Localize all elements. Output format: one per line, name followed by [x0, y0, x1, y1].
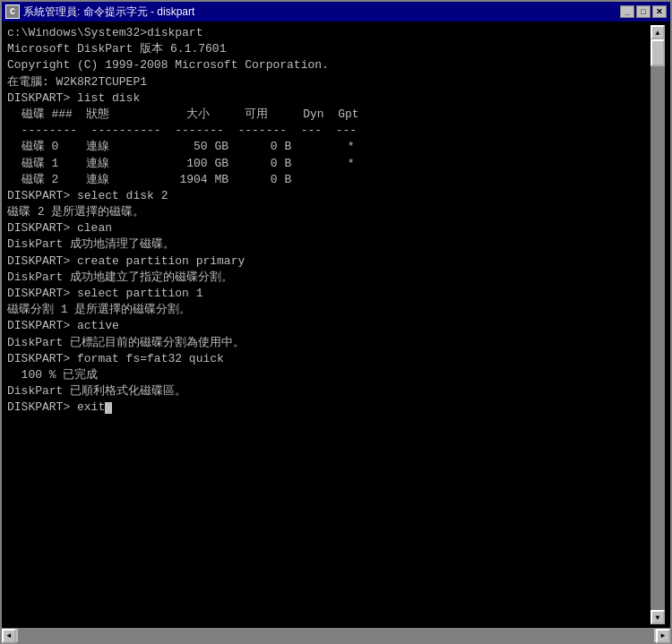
title-bar: C 系統管理員: 命令提示字元 - diskpart _ □ ✕ [2, 2, 670, 21]
window-icon: C [5, 4, 20, 19]
console-line: 磁碟 1 連線 100 GB 0 B * [7, 156, 650, 172]
scroll-left-button[interactable]: ◄ [2, 629, 16, 643]
horizontal-scroll-track [18, 629, 654, 642]
cursor [105, 402, 112, 414]
console-line: 磁碟 2 連線 1904 MB 0 B [7, 172, 650, 188]
console-line: DISKPART> format fs=fat32 quick [7, 351, 650, 367]
console-area: c:\Windows\System32>diskpartMicrosoft Di… [2, 21, 670, 628]
maximize-button[interactable]: □ [636, 5, 650, 18]
window: C 系統管理員: 命令提示字元 - diskpart _ □ ✕ c:\Wind… [0, 0, 672, 644]
console-line: 磁碟 2 是所選擇的磁碟。 [7, 204, 650, 220]
console-line: DISKPART> select partition 1 [7, 286, 650, 302]
console-line: DISKPART> create partition primary [7, 253, 650, 270]
close-button[interactable]: ✕ [652, 5, 667, 18]
minimize-button[interactable]: _ [620, 5, 634, 18]
console-line: Copyright (C) 1999-2008 Microsoft Corpor… [7, 57, 650, 73]
console-line: DISKPART> exit [7, 399, 650, 416]
console-line: 磁碟分割 1 是所選擇的磁碟分割。 [7, 302, 650, 318]
scroll-thumb[interactable] [650, 39, 665, 66]
window-title: 系統管理員: 命令提示字元 - diskpart [23, 4, 194, 20]
console-line: DiskPart 成功地清理了磁碟。 [7, 236, 650, 253]
console-line: Microsoft DiskPart 版本 6.1.7601 [7, 41, 650, 57]
console-line: c:\Windows\System32>diskpart [7, 25, 650, 41]
scroll-down-button[interactable]: ▼ [650, 610, 665, 624]
console-line: -------- ---------- ------- ------- --- … [7, 123, 650, 139]
scroll-up-button[interactable]: ▲ [650, 25, 665, 39]
console-line: 磁碟 0 連線 50 GB 0 B * [7, 139, 650, 155]
bottom-bar: ◄ ► [2, 628, 670, 642]
console-line: DISKPART> active [7, 318, 650, 334]
console-line: DISKPART> clean [7, 220, 650, 236]
console-line: DiskPart 已標記目前的磁碟分割為使用中。 [7, 335, 650, 351]
scroll-right-button[interactable]: ► [656, 629, 670, 643]
scrollbar[interactable]: ▲ ▼ [650, 25, 665, 624]
title-bar-left: C 系統管理員: 命令提示字元 - diskpart [5, 4, 194, 20]
console-line: 100 % 已完成 [7, 367, 650, 383]
console-content: c:\Windows\System32>diskpartMicrosoft Di… [7, 25, 650, 624]
scroll-track [650, 39, 665, 610]
title-buttons: _ □ ✕ [620, 5, 667, 18]
console-line: 在電腦: W2K8R2TCUPEP1 [7, 74, 650, 90]
console-line: 磁碟 ### 狀態 大小 可用 Dyn Gpt [7, 107, 650, 123]
console-line: DiskPart 成功地建立了指定的磁碟分割。 [7, 270, 650, 286]
console-line: DISKPART> select disk 2 [7, 188, 650, 204]
console-line: DiskPart 已順利格式化磁碟區。 [7, 383, 650, 399]
console-line: DISKPART> list disk [7, 90, 650, 107]
